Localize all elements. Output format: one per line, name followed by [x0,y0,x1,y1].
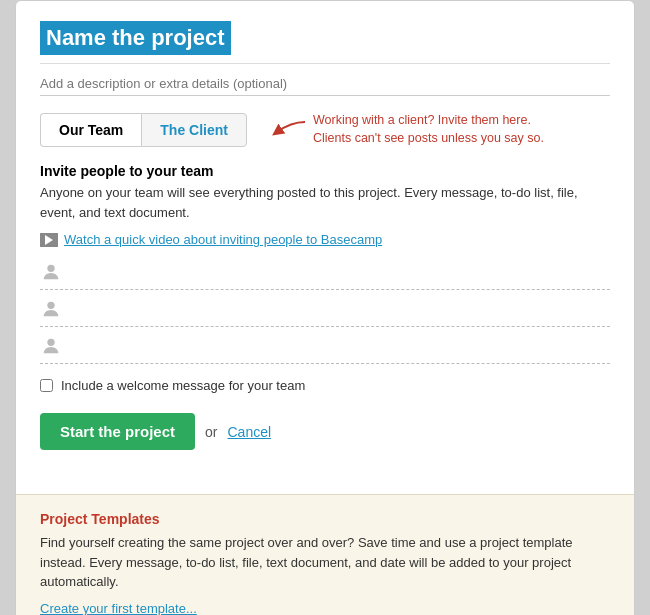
templates-body: Find yourself creating the same project … [40,533,610,592]
person-icon-2 [40,298,62,320]
action-row: Start the project or Cancel [40,413,610,450]
templates-link[interactable]: Create your first template... [40,601,197,616]
arrow-icon [271,118,307,142]
callout-text: Working with a client? Invite them here.… [313,112,544,147]
or-text: or [205,424,217,440]
person-input-row-1 [40,261,610,290]
project-name-text: Name the project [40,21,231,55]
welcome-checkbox[interactable] [40,379,53,392]
welcome-label: Include a welcome message for your team [61,378,305,393]
project-name-wrapper: Name the project [40,21,610,55]
video-icon [40,233,58,247]
invite-body: Anyone on your team will see everything … [40,183,610,222]
tab-our-team[interactable]: Our Team [40,113,141,147]
person-icon-3 [40,335,62,357]
video-link-row: Watch a quick video about inviting peopl… [40,232,610,247]
svg-point-1 [47,265,54,272]
video-link[interactable]: Watch a quick video about inviting peopl… [64,232,382,247]
cancel-link[interactable]: Cancel [227,424,271,440]
divider-1 [40,63,610,64]
main-card: Name the project Our Team The Client Wor [15,0,635,615]
tab-the-client[interactable]: The Client [141,113,247,147]
invite-section: Invite people to your team Anyone on you… [40,163,610,364]
templates-heading: Project Templates [40,511,610,527]
welcome-checkbox-row: Include a welcome message for your team [40,378,610,393]
client-callout: Working with a client? Invite them here.… [271,112,544,147]
start-project-button[interactable]: Start the project [40,413,195,450]
tabs-row: Our Team The Client Working with a clien… [40,112,610,147]
main-content: Name the project Our Team The Client Wor [16,1,634,494]
person-input-3[interactable] [70,339,610,354]
svg-point-3 [47,339,54,346]
person-input-row-2 [40,298,610,327]
description-input[interactable] [40,72,610,96]
person-input-1[interactable] [70,265,610,280]
invite-heading: Invite people to your team [40,163,610,179]
templates-section: Project Templates Find yourself creating… [16,494,634,615]
svg-point-2 [47,302,54,309]
person-input-row-3 [40,335,610,364]
person-input-2[interactable] [70,302,610,317]
person-icon-1 [40,261,62,283]
